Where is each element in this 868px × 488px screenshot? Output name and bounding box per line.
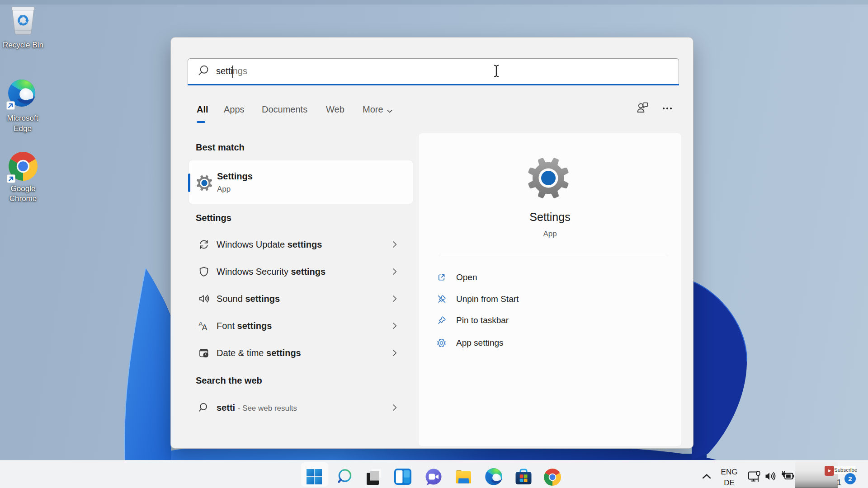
svg-text:A: A (202, 323, 208, 332)
